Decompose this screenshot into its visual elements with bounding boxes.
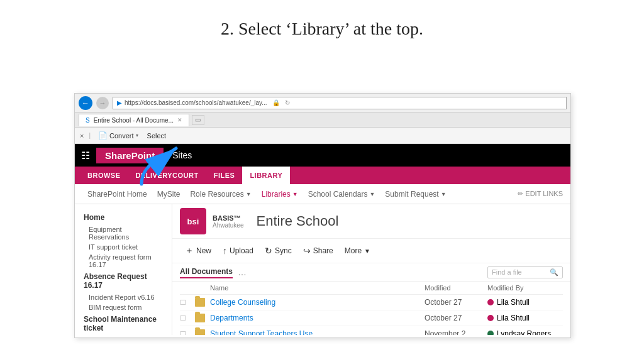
nav-mysite[interactable]: MySite: [152, 184, 186, 204]
share-icon: ↪: [303, 246, 311, 256]
command-bar: × | 📄 Convert ▾ Select: [75, 128, 570, 144]
user-name: Lyndsay Rogers: [497, 329, 551, 335]
sidebar-item-school-maint[interactable]: School Maintenance ticket: [75, 312, 172, 335]
sidebar-item-equipment[interactable]: Equipment Reservations: [75, 224, 172, 242]
tab-bar: S Entire School - All Docume... ✕ ▭: [75, 112, 570, 128]
folder-icon: [195, 298, 205, 307]
table-row: ☐ Departments October 27 Lila Shtull: [180, 310, 563, 326]
modified-date: November 2: [425, 329, 487, 335]
convert-button[interactable]: 📄 Convert ▾: [94, 130, 142, 141]
nav-schoolcalendars[interactable]: School Calendars ▼: [303, 184, 380, 204]
tab-label: Entire School - All Docume...: [94, 117, 174, 124]
forward-button[interactable]: →: [96, 97, 109, 109]
nav-roleresources[interactable]: Role Resources ▼: [185, 184, 256, 204]
site-header: bsi BASIS™ Ahwatukee Entire School: [172, 204, 570, 239]
sidebar-item-absence[interactable]: Absence Request 16.17: [75, 270, 172, 292]
close-button[interactable]: ×: [80, 132, 84, 140]
tab-library[interactable]: LIBRARY: [242, 167, 290, 184]
sidebar: Home Equipment Reservations IT support t…: [75, 204, 172, 335]
address-bar[interactable]: ▶ https://docs.basised.com/schools/ahwat…: [113, 97, 567, 109]
doc-tab-ellipsis[interactable]: …: [238, 267, 247, 277]
back-icon: ←: [82, 99, 89, 107]
new-tab-button[interactable]: ▭: [192, 115, 204, 125]
user-name: Lila Shtull: [497, 314, 530, 322]
sp-main: bsi BASIS™ Ahwatukee Entire School ＋ New…: [172, 204, 570, 335]
instruction-title: 2. Select ‘Library’ at the top.: [0, 0, 644, 52]
modified-date: October 27: [425, 314, 487, 322]
doc-title: Entire School: [256, 213, 338, 229]
convert-icon: 📄: [98, 131, 108, 140]
modified-date: October 27: [425, 298, 487, 307]
user-dot: [487, 299, 494, 305]
nav-libraries[interactable]: Libraries ▼: [257, 184, 303, 204]
doc-name-student-support[interactable]: Student Support Teachers Use: [210, 329, 425, 335]
row-check[interactable]: ☐: [180, 299, 195, 307]
sharepoint-brand: SharePoint: [96, 148, 164, 163]
doc-name-college-counseling[interactable]: College Counseling: [210, 298, 425, 307]
org-name: BASIS™: [213, 214, 243, 222]
table-row: ☐ College Counseling October 27 Lila Sht…: [180, 295, 563, 310]
tab-browse[interactable]: BROWSE: [80, 167, 128, 184]
address-icon: ▶: [117, 99, 122, 106]
more-button[interactable]: More ▼: [340, 244, 375, 258]
table-row: ☐ Student Support Teachers Use November …: [180, 326, 563, 335]
sidebar-item-incident[interactable]: Incident Report v6.16: [75, 292, 172, 302]
upload-icon: ↑: [223, 246, 227, 256]
tab-files[interactable]: FILES: [206, 167, 243, 184]
col-icon: [195, 284, 210, 292]
share-button[interactable]: ↪ Share: [298, 243, 338, 258]
select-button[interactable]: Select: [143, 131, 170, 141]
browser-window: ← → ▶ https://docs.basised.com/schools/a…: [74, 93, 571, 338]
search-box[interactable]: Find a file 🔍: [487, 266, 563, 278]
doc-name-departments[interactable]: Departments: [210, 314, 425, 322]
doc-table: Name Modified Modified By ☐ College Coun…: [172, 282, 570, 335]
sync-button[interactable]: ↻ Sync: [260, 243, 297, 258]
folder-icon: [195, 329, 205, 335]
separator: |: [89, 132, 91, 139]
select-label: Select: [147, 132, 167, 140]
more-label: More: [345, 246, 362, 255]
user-dot: [487, 315, 494, 321]
sidebar-item-activity[interactable]: Activity request form 16.17: [75, 252, 172, 270]
sync-label: Sync: [275, 246, 292, 255]
new-label: New: [196, 246, 211, 255]
tab-deliverycourt[interactable]: DELIVERYCOURT: [128, 167, 206, 184]
row-check[interactable]: ☐: [180, 330, 195, 336]
waffle-icon[interactable]: ☷: [81, 150, 90, 162]
upload-button[interactable]: ↑ Upload: [218, 243, 258, 258]
col-check: [180, 284, 195, 292]
new-button[interactable]: ＋ New: [180, 243, 216, 259]
nav-sharepointhome[interactable]: SharePoint Home: [82, 184, 152, 204]
back-button[interactable]: ←: [79, 96, 92, 110]
tab-close-icon[interactable]: ✕: [177, 117, 182, 123]
row-check[interactable]: ☐: [180, 314, 195, 322]
sync-icon: ↻: [265, 246, 272, 256]
col-modified: Modified: [425, 284, 487, 292]
forward-icon: →: [99, 99, 106, 107]
sp-content: Home Equipment Reservations IT support t…: [75, 204, 570, 335]
sites-label[interactable]: Sites: [172, 150, 192, 160]
sp-top-nav: ☷ SharePoint Sites: [75, 144, 570, 167]
col-name: Name: [210, 284, 425, 292]
doc-toolbar: ＋ New ↑ Upload ↻ Sync ↪ Share More ▼: [172, 239, 570, 263]
modified-by: Lila Shtull: [487, 298, 563, 307]
address-text: https://docs.basised.com/schools/ahwatuk…: [125, 99, 267, 106]
col-modified-by: Modified By: [487, 284, 563, 292]
site-nav: SharePoint Home MySite Role Resources ▼ …: [75, 184, 570, 204]
all-documents-tab[interactable]: All Documents: [180, 266, 233, 278]
sidebar-item-home[interactable]: Home: [75, 211, 172, 224]
browser-tab[interactable]: S Entire School - All Docume... ✕: [79, 114, 189, 126]
nav-submitrequest[interactable]: Submit Request ▼: [380, 184, 451, 204]
bsi-logo: bsi: [180, 208, 206, 234]
ribbon-tabs: BROWSE DELIVERYCOURT FILES LIBRARY: [75, 167, 570, 184]
new-icon: ＋: [185, 245, 194, 256]
modified-by: Lila Shtull: [487, 314, 563, 322]
sidebar-item-bim[interactable]: BIM request form: [75, 302, 172, 312]
doc-table-header: Name Modified Modified By: [180, 282, 563, 295]
browser-chrome: ← → ▶ https://docs.basised.com/schools/a…: [75, 94, 570, 112]
more-chevron-icon: ▼: [364, 248, 370, 255]
edit-links[interactable]: ✏ EDIT LINKS: [518, 190, 563, 198]
upload-label: Upload: [230, 246, 253, 255]
search-icon: 🔍: [550, 268, 558, 277]
sidebar-item-it-support[interactable]: IT support ticket: [75, 242, 172, 252]
